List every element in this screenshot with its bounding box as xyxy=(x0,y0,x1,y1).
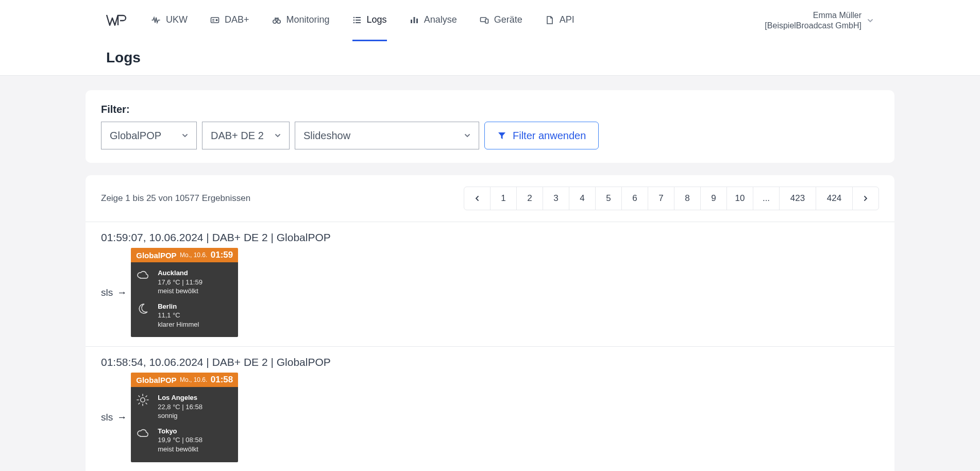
svg-point-5 xyxy=(277,20,280,23)
nav-analyse[interactable]: Analyse xyxy=(410,0,457,41)
bars-icon xyxy=(410,15,419,25)
arrow-right-icon: → xyxy=(117,412,127,423)
devices-icon xyxy=(480,15,489,25)
svg-point-17 xyxy=(141,398,145,402)
page-number[interactable]: 423 xyxy=(779,187,816,210)
page-number[interactable]: 424 xyxy=(816,187,853,210)
page-number[interactable]: 8 xyxy=(674,187,701,210)
svg-point-10 xyxy=(353,22,354,23)
svg-line-25 xyxy=(146,396,147,397)
user-menu[interactable]: Emma Müller [BeispielBroadcast GmbH] xyxy=(765,10,874,31)
entry-body: sls→GlobalPOPMo., 10.6.01:59Auckland17,6… xyxy=(101,248,879,337)
results-summary: Zeige 1 bis 25 von 10577 Ergebnissen xyxy=(101,193,250,204)
nav-label: Geräte xyxy=(494,14,522,25)
filter-card: Filter: GlobalPOP DAB+ DE 2 Slideshow Fi… xyxy=(86,90,894,163)
svg-rect-14 xyxy=(416,19,418,23)
page-number[interactable]: 2 xyxy=(516,187,543,210)
nav-logs[interactable]: Logs xyxy=(352,0,387,41)
button-label: Filter anwenden xyxy=(513,130,586,142)
svg-rect-13 xyxy=(413,17,415,23)
page-number[interactable]: 6 xyxy=(621,187,648,210)
slideshow-preview: GlobalPOPMo., 10.6.01:58Los Angeles22,8 … xyxy=(131,373,238,462)
chevron-down-icon xyxy=(181,131,189,140)
filter-mux-select[interactable]: DAB+ DE 2 xyxy=(202,122,290,149)
select-value: DAB+ DE 2 xyxy=(211,130,264,142)
svg-rect-12 xyxy=(411,20,412,23)
entry-title: 01:58:54, 10.06.2024 | DAB+ DE 2 | Globa… xyxy=(101,356,879,368)
select-value: GlobalPOP xyxy=(110,130,161,142)
page-title: Logs xyxy=(106,49,874,66)
wave-icon xyxy=(151,15,161,25)
results-card: Zeige 1 bis 25 von 10577 Ergebnissen 1 2… xyxy=(86,175,894,471)
nav-label: UKW xyxy=(166,14,188,25)
svg-point-8 xyxy=(353,19,354,21)
page-ellipsis[interactable]: ... xyxy=(753,187,780,210)
svg-point-6 xyxy=(353,16,354,18)
binoculars-icon xyxy=(272,15,281,25)
top-bar: UKW DAB+ Monitoring Logs Analyse Geräte xyxy=(0,0,980,76)
filter-icon xyxy=(497,131,506,140)
main-nav: UKW DAB+ Monitoring Logs Analyse Geräte xyxy=(151,0,575,41)
nav-api[interactable]: API xyxy=(545,0,575,41)
page-prev-button[interactable] xyxy=(464,187,491,210)
svg-point-1 xyxy=(216,19,218,21)
page-number[interactable]: 1 xyxy=(490,187,517,210)
sls-label: sls xyxy=(101,287,113,298)
weather-icon xyxy=(136,302,150,315)
logo xyxy=(106,14,129,27)
svg-rect-11 xyxy=(356,22,361,23)
nav-geraete[interactable]: Geräte xyxy=(480,0,522,41)
log-entries: 01:59:07, 10.06.2024 | DAB+ DE 2 | Globa… xyxy=(86,222,894,471)
user-org: [BeispielBroadcast GmbH] xyxy=(765,21,861,31)
nav-dab[interactable]: DAB+ xyxy=(210,0,249,41)
chevron-down-icon xyxy=(867,17,874,24)
filter-label: Filter: xyxy=(101,104,879,115)
svg-rect-3 xyxy=(212,21,214,22)
main-content: Filter: GlobalPOP DAB+ DE 2 Slideshow Fi… xyxy=(0,76,980,471)
filter-type-select[interactable]: Slideshow xyxy=(295,122,479,149)
weather-icon xyxy=(136,268,150,282)
user-name: Emma Müller xyxy=(765,10,861,21)
list-icon xyxy=(352,15,362,25)
apply-filter-button[interactable]: Filter anwenden xyxy=(484,122,599,149)
page-number[interactable]: 10 xyxy=(726,187,753,210)
weather-icon xyxy=(136,393,150,407)
page-next-button[interactable] xyxy=(852,187,879,210)
svg-rect-9 xyxy=(356,20,361,21)
nav-label: Logs xyxy=(367,14,387,25)
nav-label: Monitoring xyxy=(286,14,330,25)
sls-label: sls xyxy=(101,412,113,423)
log-entry: 01:59:07, 10.06.2024 | DAB+ DE 2 | Globa… xyxy=(86,222,894,347)
slideshow-preview: GlobalPOPMo., 10.6.01:59Auckland17,6 °C … xyxy=(131,248,238,337)
nav-label: API xyxy=(560,14,575,25)
chevron-down-icon xyxy=(463,131,471,140)
entry-title: 01:59:07, 10.06.2024 | DAB+ DE 2 | Globa… xyxy=(101,231,879,244)
select-value: Slideshow xyxy=(303,130,350,142)
nav-label: Analyse xyxy=(424,14,457,25)
svg-point-4 xyxy=(273,20,276,23)
nav-monitoring[interactable]: Monitoring xyxy=(272,0,330,41)
log-entry: 01:58:54, 10.06.2024 | DAB+ DE 2 | Globa… xyxy=(86,347,894,471)
page-number[interactable]: 5 xyxy=(595,187,622,210)
nav-label: DAB+ xyxy=(225,14,249,25)
weather-icon xyxy=(136,427,150,440)
page-number[interactable]: 4 xyxy=(569,187,596,210)
page-number[interactable]: 3 xyxy=(543,187,569,210)
file-icon xyxy=(545,15,554,25)
svg-rect-16 xyxy=(485,19,488,23)
nav-ukw[interactable]: UKW xyxy=(151,0,188,41)
pagination: 1 2 3 4 5 6 7 8 9 10 ... 423 424 xyxy=(464,187,879,210)
filter-station-select[interactable]: GlobalPOP xyxy=(101,122,197,149)
chevron-down-icon xyxy=(274,131,282,140)
svg-line-22 xyxy=(139,396,140,397)
radio-icon xyxy=(210,15,219,25)
entry-body: sls→GlobalPOPMo., 10.6.01:58Los Angeles2… xyxy=(101,373,879,462)
svg-line-23 xyxy=(146,403,147,404)
page-number[interactable]: 7 xyxy=(648,187,674,210)
svg-rect-2 xyxy=(212,19,214,20)
arrow-right-icon: → xyxy=(117,287,127,298)
logo-icon xyxy=(106,14,129,27)
page-number[interactable]: 9 xyxy=(700,187,727,210)
svg-line-24 xyxy=(139,403,140,404)
svg-rect-7 xyxy=(356,17,361,18)
